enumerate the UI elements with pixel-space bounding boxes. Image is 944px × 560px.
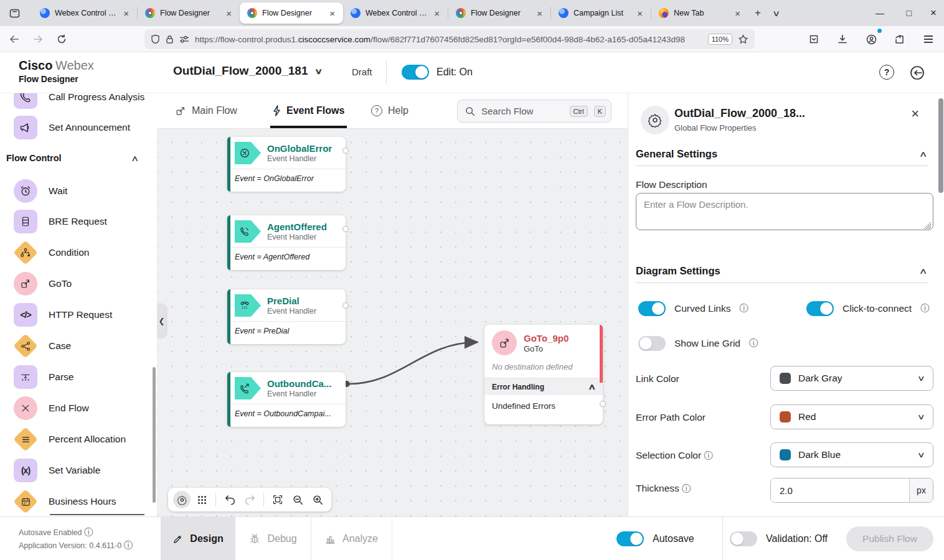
- window-minimize-icon[interactable]: —: [876, 0, 884, 26]
- info-icon[interactable]: ⓘ: [739, 303, 748, 314]
- close-tab-icon[interactable]: ×: [224, 8, 234, 19]
- palette-item-percent-allocation[interactable]: Percent Allocation: [14, 424, 149, 455]
- close-tab-icon[interactable]: ×: [635, 8, 644, 19]
- shield-icon[interactable]: [151, 34, 160, 44]
- save-shield-icon[interactable]: [805, 30, 823, 49]
- panel-scrollbar[interactable]: [938, 98, 943, 193]
- info-icon[interactable]: ⓘ: [682, 483, 691, 493]
- undo-icon[interactable]: [221, 491, 238, 508]
- lock-icon[interactable]: [166, 35, 174, 44]
- browser-tab[interactable]: Webex Control Hub×: [343, 2, 448, 24]
- autosave-toggle[interactable]: [616, 531, 644, 546]
- chevron-up-icon[interactable]: ∧: [919, 266, 928, 276]
- close-tab-icon[interactable]: ×: [432, 8, 441, 19]
- info-icon[interactable]: ⓘ: [124, 540, 133, 550]
- browser-tab-active[interactable]: Flow Designer×: [240, 2, 343, 24]
- account-icon[interactable]: [862, 30, 880, 49]
- flow-description-input[interactable]: [636, 193, 933, 230]
- node-goto-9p0[interactable]: GoTo_9p0GoTo No destination defined Erro…: [484, 325, 603, 424]
- node-onglobalerror[interactable]: OnGlobalErrorEvent Handler Event = OnGlo…: [227, 137, 346, 192]
- node-predial[interactable]: PreDialEvent Handler Event = PreDial: [227, 289, 346, 344]
- palette-item-http-request[interactable]: </> HTTP Request: [14, 299, 149, 330]
- browser-tab[interactable]: Flow Designer×: [448, 2, 550, 24]
- browser-tab[interactable]: New Tab×: [651, 2, 748, 24]
- close-tab-icon[interactable]: ×: [733, 8, 742, 19]
- palette-item-call-progress-analysis[interactable]: Call Progress Analysis: [14, 93, 149, 113]
- palette-item-bre-request[interactable]: BRE Request: [14, 206, 149, 237]
- show-line-grid-toggle[interactable]: [638, 336, 666, 351]
- section-general-settings[interactable]: General Settings: [636, 148, 717, 160]
- mode-tab-design[interactable]: Design: [161, 517, 235, 560]
- node-outboundcampaign[interactable]: OutboundCa...Event Handler Event = Outbo…: [227, 372, 346, 427]
- canvas-settings-gear-icon[interactable]: [173, 491, 191, 508]
- output-port[interactable]: [342, 226, 349, 232]
- chevron-up-icon[interactable]: ∧: [919, 149, 928, 159]
- permissions-icon[interactable]: [179, 35, 189, 43]
- fit-to-screen-icon[interactable]: [269, 491, 286, 508]
- bookmark-star-icon[interactable]: [738, 34, 748, 44]
- error-output-port[interactable]: [600, 401, 606, 407]
- zoom-out-icon[interactable]: [289, 491, 306, 508]
- palette-item-case[interactable]: Case: [14, 330, 149, 362]
- browser-tab[interactable]: Campaign List×: [551, 2, 651, 24]
- close-tab-icon[interactable]: ×: [535, 8, 544, 19]
- zoom-level-badge[interactable]: 110%: [708, 34, 732, 45]
- search-flow-input[interactable]: Search Flow Ctrl K: [457, 100, 611, 123]
- help-icon[interactable]: ?: [879, 65, 894, 80]
- click-to-connect-toggle[interactable]: [806, 301, 834, 316]
- output-port[interactable]: [342, 302, 349, 309]
- close-tab-icon[interactable]: ×: [121, 8, 131, 19]
- curved-links-toggle[interactable]: [638, 301, 666, 316]
- section-flow-control[interactable]: Flow Control ∧: [6, 149, 149, 167]
- url-text[interactable]: https://flow-control.produs1.ciscoccserv…: [195, 35, 702, 44]
- validation-toggle[interactable]: [730, 531, 757, 546]
- forward-icon[interactable]: [29, 30, 47, 49]
- tab-help[interactable]: ? Help: [371, 93, 408, 128]
- menu-icon[interactable]: [919, 30, 938, 49]
- node-agentoffered[interactable]: AgentOfferedEvent Handler Event = AgentO…: [227, 215, 346, 270]
- palette-item-wait[interactable]: Wait: [14, 175, 149, 207]
- error-path-color-select[interactable]: Red ∨: [770, 404, 933, 429]
- close-panel-icon[interactable]: ×: [911, 106, 919, 122]
- browser-tab[interactable]: Webex Control Hub×: [32, 2, 137, 24]
- output-port[interactable]: [342, 147, 349, 154]
- downloads-icon[interactable]: [833, 30, 852, 49]
- resize-handle-icon[interactable]: [923, 222, 931, 229]
- info-icon[interactable]: ⓘ: [749, 338, 758, 349]
- zoom-in-icon[interactable]: [309, 491, 326, 508]
- palette-item-end-flow[interactable]: End Flow: [14, 393, 149, 424]
- grid-apps-icon[interactable]: [193, 491, 210, 508]
- mode-tab-debug[interactable]: Debug: [235, 517, 311, 560]
- tab-main-flow[interactable]: Main Flow: [176, 93, 237, 128]
- palette-item-set-announcement[interactable]: Set Announcement: [14, 112, 149, 143]
- info-icon[interactable]: ⓘ: [704, 450, 712, 460]
- thickness-input[interactable]: [771, 478, 909, 502]
- flow-title-dropdown[interactable]: OutDial_Flow_2000_181 ∨: [173, 64, 321, 78]
- palette-item-set-variable[interactable]: (x) Set Variable: [14, 455, 149, 486]
- palette-item-goto[interactable]: GoTo: [14, 268, 149, 299]
- exit-icon[interactable]: [909, 65, 925, 81]
- redo-icon[interactable]: [241, 491, 258, 508]
- section-diagram-settings[interactable]: Diagram Settings: [636, 265, 720, 277]
- sidebar-scrollbar[interactable]: [153, 367, 156, 503]
- tab-event-flows[interactable]: Event Flows: [273, 93, 344, 128]
- firefox-view-icon[interactable]: [5, 4, 24, 22]
- error-handling-header[interactable]: Error Handling ∧: [484, 378, 603, 395]
- extensions-icon[interactable]: [890, 30, 909, 49]
- reload-icon[interactable]: [52, 30, 71, 49]
- tab-list-dropdown-icon[interactable]: ∨: [763, 7, 789, 19]
- window-close-icon[interactable]: ×: [930, 0, 937, 26]
- back-icon[interactable]: [5, 30, 24, 49]
- palette-item-parse[interactable]: Parse: [14, 362, 149, 393]
- edit-toggle[interactable]: [402, 65, 429, 80]
- collapse-sidebar-handle[interactable]: ❮: [157, 304, 166, 338]
- browser-tab[interactable]: Flow Designer×: [138, 2, 240, 24]
- selection-color-select[interactable]: Dark Blue ∨: [770, 442, 933, 467]
- publish-flow-button[interactable]: Publish Flow: [846, 526, 933, 551]
- palette-item-condition[interactable]: Condition: [14, 237, 149, 268]
- mode-tab-analyze[interactable]: Analyze: [311, 517, 392, 560]
- undefined-errors-row[interactable]: Undefined Errors: [484, 395, 603, 417]
- url-bar[interactable]: https://flow-control.produs1.ciscoccserv…: [144, 29, 755, 49]
- info-icon[interactable]: ⓘ: [84, 527, 93, 537]
- info-icon[interactable]: ⓘ: [920, 303, 929, 314]
